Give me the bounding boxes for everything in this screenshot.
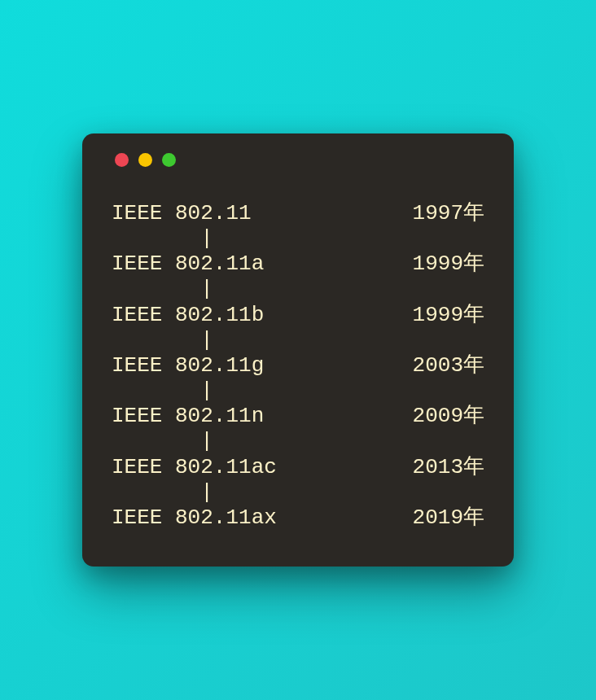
standard-year: 2003年 — [413, 353, 484, 378]
standard-row: IEEE 802.11n 2009年 — [112, 404, 484, 429]
terminal-content: IEEE 802.11 1997年 | IEEE 802.11a 1999年 |… — [112, 201, 484, 531]
terminal-window: IEEE 802.11 1997年 | IEEE 802.11a 1999年 |… — [82, 133, 514, 567]
standard-year: 2019年 — [413, 505, 484, 531]
tree-connector: | — [112, 277, 484, 302]
standard-name: IEEE 802.11n — [112, 404, 264, 429]
standard-row: IEEE 802.11g 2003年 — [112, 353, 484, 378]
minimize-icon[interactable] — [138, 153, 152, 167]
tree-connector: | — [112, 226, 484, 252]
tree-connector: | — [112, 378, 484, 404]
standard-name: IEEE 802.11 — [112, 201, 252, 226]
standard-row: IEEE 802.11 1997年 — [112, 201, 484, 226]
tree-connector: | — [112, 328, 484, 353]
traffic-lights — [112, 153, 484, 167]
maximize-icon[interactable] — [162, 153, 176, 167]
close-icon[interactable] — [115, 153, 129, 167]
standard-row: IEEE 802.11b 1999年 — [112, 303, 484, 328]
standard-name: IEEE 802.11g — [112, 353, 264, 378]
standard-name: IEEE 802.11a — [112, 252, 264, 277]
standard-name: IEEE 802.11ax — [112, 505, 277, 531]
standard-name: IEEE 802.11ac — [112, 455, 277, 480]
standard-row: IEEE 802.11ac 2013年 — [112, 455, 484, 480]
tree-connector: | — [112, 429, 484, 454]
standard-year: 2009年 — [413, 404, 484, 429]
tree-connector: | — [112, 480, 484, 505]
standard-row: IEEE 802.11a 1999年 — [112, 252, 484, 277]
standard-row: IEEE 802.11ax 2019年 — [112, 505, 484, 531]
standard-year: 1999年 — [413, 252, 484, 277]
standard-year: 2013年 — [413, 455, 484, 480]
standard-name: IEEE 802.11b — [112, 303, 264, 328]
standard-year: 1997年 — [413, 201, 484, 226]
standard-year: 1999年 — [413, 303, 484, 328]
